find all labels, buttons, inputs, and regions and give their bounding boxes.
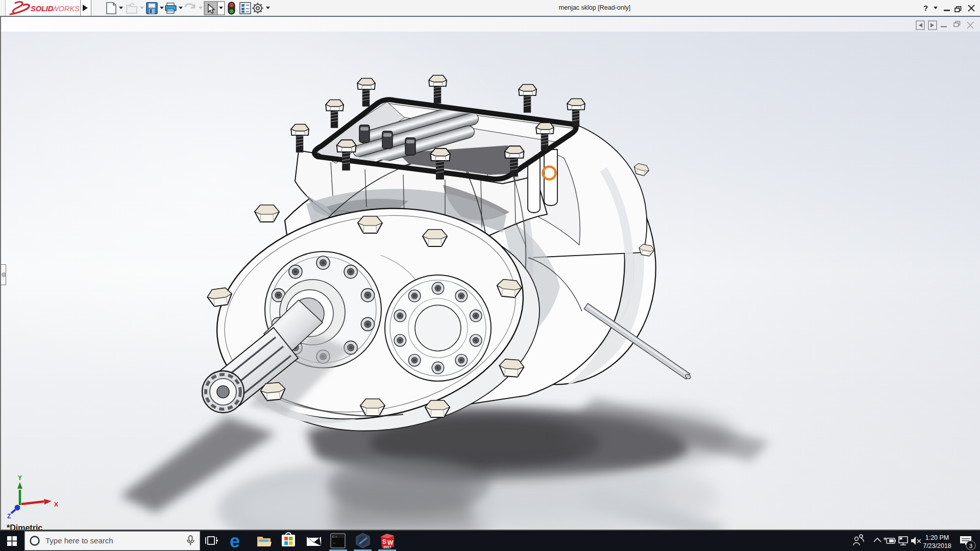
svg-text:?: ? xyxy=(923,4,928,12)
svg-text:S: S xyxy=(382,538,386,545)
svg-text:e: e xyxy=(230,531,240,551)
svg-text:Z: Z xyxy=(7,513,11,520)
svg-text:_: _ xyxy=(332,539,335,544)
svg-text:Y: Y xyxy=(18,474,22,482)
svg-text:3: 3 xyxy=(969,543,972,549)
svg-text:WORKS: WORKS xyxy=(52,5,80,13)
svg-text:2017: 2017 xyxy=(383,545,391,549)
svg-text:C:\: C:\ xyxy=(332,535,337,539)
svg-text:SOLID: SOLID xyxy=(31,5,54,13)
svg-text:7/23/2018: 7/23/2018 xyxy=(923,542,951,549)
svg-text:1:20 PM: 1:20 PM xyxy=(925,534,949,541)
svg-text:X: X xyxy=(54,501,58,508)
